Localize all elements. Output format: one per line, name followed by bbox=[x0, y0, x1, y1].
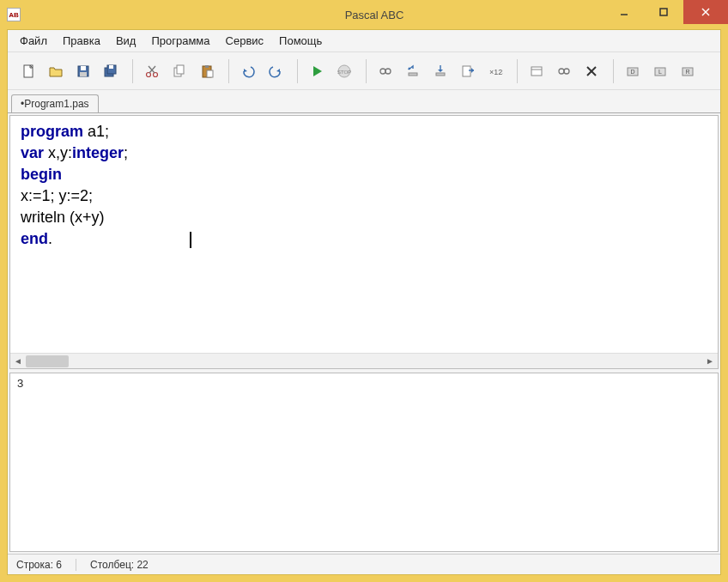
svg-rect-1 bbox=[660, 9, 667, 15]
menu-program[interactable]: Программа bbox=[144, 32, 216, 50]
stepinto-button[interactable] bbox=[428, 59, 452, 83]
menu-help[interactable]: Помощь bbox=[272, 32, 329, 50]
line5: writeln (x+y) bbox=[21, 209, 105, 226]
menu-view[interactable]: Вид bbox=[109, 32, 143, 50]
debug3-button[interactable]: R bbox=[676, 59, 700, 83]
svg-point-12 bbox=[154, 72, 158, 76]
tab-program1[interactable]: •Program1.pas bbox=[11, 94, 99, 112]
svg-rect-18 bbox=[205, 65, 209, 68]
panel1-button[interactable] bbox=[525, 59, 549, 83]
minimize-button[interactable] bbox=[604, 0, 644, 24]
paste-button[interactable] bbox=[195, 59, 219, 83]
id-a1: a1; bbox=[83, 123, 109, 140]
menu-edit[interactable]: Правка bbox=[56, 32, 107, 50]
svg-point-22 bbox=[380, 69, 385, 74]
scroll-track[interactable] bbox=[26, 354, 702, 369]
cut-button[interactable] bbox=[140, 59, 164, 83]
svg-point-23 bbox=[385, 69, 391, 74]
save-button[interactable] bbox=[71, 59, 95, 83]
svg-point-32 bbox=[564, 69, 569, 74]
scroll-thumb[interactable] bbox=[26, 355, 69, 367]
svg-point-31 bbox=[559, 69, 564, 74]
debug1-button[interactable]: D bbox=[621, 59, 645, 83]
statusbar: Строка: 6 Столбец: 22 bbox=[8, 554, 720, 574]
editor-wrap: program a1; var x,y:integer; begin x:=1;… bbox=[8, 112, 720, 554]
id-xy: x,y: bbox=[44, 144, 72, 161]
svg-rect-16 bbox=[177, 65, 184, 74]
app-icon: AB bbox=[7, 8, 21, 21]
copy-button[interactable] bbox=[167, 59, 191, 83]
code-editor[interactable]: program a1; var x,y:integer; begin x:=1;… bbox=[9, 115, 719, 369]
svg-rect-19 bbox=[207, 70, 213, 77]
run-button[interactable] bbox=[305, 59, 329, 83]
close-button[interactable] bbox=[683, 0, 728, 24]
vars-button[interactable]: ×123 bbox=[483, 59, 507, 83]
kw-var: var bbox=[21, 144, 44, 161]
delete-button[interactable] bbox=[579, 59, 604, 83]
svg-rect-6 bbox=[81, 66, 86, 70]
svg-line-13 bbox=[149, 66, 155, 73]
open-file-button[interactable] bbox=[44, 59, 68, 83]
svg-point-11 bbox=[147, 72, 151, 76]
client-area: Файл Правка Вид Программа Сервис Помощь … bbox=[7, 29, 721, 575]
sc2: . bbox=[48, 230, 52, 247]
undo-button[interactable] bbox=[236, 59, 260, 83]
save-all-button[interactable] bbox=[99, 59, 123, 83]
svg-line-14 bbox=[149, 66, 155, 73]
debug2-button[interactable]: L bbox=[648, 59, 672, 83]
menubar: Файл Правка Вид Программа Сервис Помощь bbox=[8, 30, 720, 52]
status-line: Строка: 6 bbox=[16, 559, 76, 571]
svg-rect-25 bbox=[436, 73, 445, 76]
window-buttons bbox=[604, 0, 728, 24]
ty-integer: integer bbox=[72, 144, 124, 161]
text-cursor bbox=[190, 232, 191, 248]
svg-text:×123: ×123 bbox=[489, 68, 503, 76]
tab-strip: •Program1.pas bbox=[8, 90, 720, 112]
scroll-left-icon[interactable]: ◄ bbox=[10, 354, 26, 369]
sc1: ; bbox=[124, 144, 128, 161]
code-content: program a1; var x,y:integer; begin x:=1;… bbox=[10, 116, 718, 255]
svg-rect-24 bbox=[409, 73, 417, 76]
titlebar[interactable]: AB Pascal ABC bbox=[0, 0, 728, 29]
horizontal-scrollbar[interactable]: ◄ ► bbox=[10, 353, 718, 368]
output-text: 3 bbox=[17, 377, 23, 390]
menu-service[interactable]: Сервис bbox=[219, 32, 271, 50]
svg-text:D: D bbox=[630, 69, 634, 75]
new-file-button[interactable] bbox=[16, 59, 40, 83]
watch-button[interactable] bbox=[373, 59, 397, 83]
panel2-button[interactable] bbox=[552, 59, 576, 83]
svg-rect-27 bbox=[463, 66, 470, 76]
output-pane[interactable]: 3 bbox=[9, 373, 719, 552]
scroll-right-icon[interactable]: ► bbox=[702, 354, 718, 369]
svg-text:STOP: STOP bbox=[337, 70, 351, 75]
status-col: Столбец: 22 bbox=[90, 559, 149, 571]
svg-text:L: L bbox=[658, 69, 662, 75]
kw-begin: begin bbox=[21, 166, 62, 183]
toolbar: STOP ×123 D L R bbox=[8, 52, 720, 90]
svg-rect-10 bbox=[109, 65, 113, 69]
window: AB Pascal ABC Файл Правка Вид Программа … bbox=[0, 0, 728, 582]
stepover-button[interactable] bbox=[401, 59, 425, 83]
svg-rect-7 bbox=[80, 72, 87, 76]
svg-rect-29 bbox=[531, 67, 542, 76]
goto-button[interactable] bbox=[456, 59, 480, 83]
svg-text:R: R bbox=[685, 69, 689, 75]
redo-button[interactable] bbox=[264, 59, 288, 83]
kw-program: program bbox=[21, 123, 83, 140]
menu-file[interactable]: Файл bbox=[13, 32, 54, 50]
kw-end: end bbox=[21, 230, 48, 247]
line4: x:=1; y:=2; bbox=[21, 187, 93, 204]
maximize-button[interactable] bbox=[644, 0, 683, 24]
stop-button[interactable]: STOP bbox=[332, 59, 356, 83]
